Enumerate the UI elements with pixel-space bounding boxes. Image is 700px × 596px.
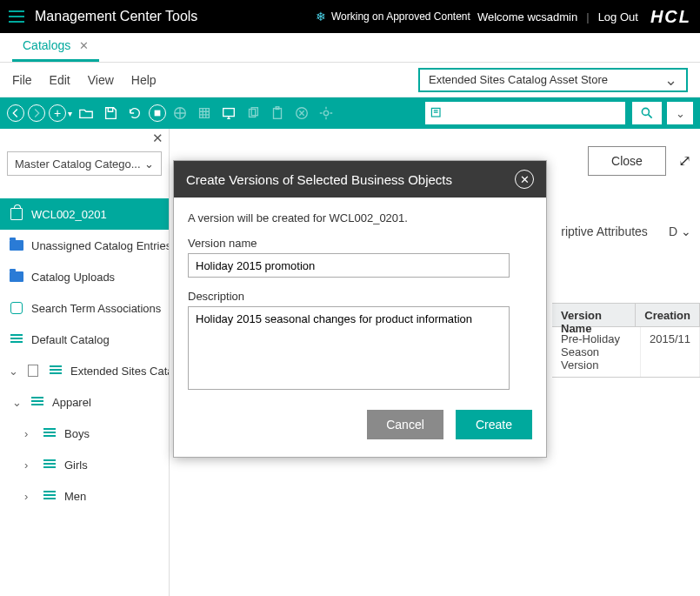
- open-button[interactable]: [76, 103, 97, 124]
- close-icon[interactable]: ✕: [79, 39, 89, 52]
- version-history: Version Name Creation Pre-Holiday Season…: [552, 303, 700, 378]
- close-icon[interactable]: ✕: [0, 129, 169, 146]
- tree-item[interactable]: Search Term Associations: [0, 292, 169, 324]
- version-name-input[interactable]: [188, 253, 510, 278]
- grid-button[interactable]: [194, 103, 215, 124]
- tab-more-dropdown[interactable]: D ⌄: [669, 224, 691, 238]
- tab-strip: Catalogs ✕: [0, 33, 700, 63]
- chevron-down-icon: ⌄: [144, 157, 154, 171]
- search-input[interactable]: [448, 102, 625, 124]
- hcl-logo: HCL: [650, 7, 691, 27]
- tree-item-label: Extended Sites Catalog Asset Store: [70, 365, 169, 378]
- chevron-right-icon[interactable]: ›: [24, 490, 35, 503]
- tab-descriptive-attributes[interactable]: riptive Attributes: [561, 224, 648, 238]
- back-button[interactable]: [7, 104, 24, 122]
- app-title: Management Center Tools: [35, 9, 197, 24]
- paste-button[interactable]: [267, 103, 288, 124]
- store-selector[interactable]: Extended Sites Catalog Asset Store ⌄: [418, 68, 688, 92]
- category-icon: [42, 457, 57, 472]
- search-box[interactable]: [425, 102, 625, 124]
- preview-button[interactable]: [218, 103, 239, 124]
- tree-item-label: Men: [64, 490, 86, 503]
- stop-button[interactable]: [149, 104, 166, 122]
- category-icon: [9, 331, 24, 347]
- tree-item[interactable]: Catalog Uploads: [0, 261, 169, 292]
- globe-button[interactable]: [170, 103, 190, 124]
- new-button[interactable]: +: [49, 104, 66, 122]
- tree-item-label: Catalog Uploads: [31, 271, 115, 284]
- table-row[interactable]: Pre-Holiday Season Version 2015/11: [552, 327, 700, 378]
- toolbar: + ▾ ⌄: [0, 97, 700, 129]
- table-header: Version Name Creation: [552, 303, 700, 327]
- tree-item[interactable]: ›Men: [0, 480, 169, 512]
- tree-item-label: WCL002_0201: [31, 208, 107, 221]
- snowflake-icon: ❄: [316, 10, 326, 23]
- category-icon: [48, 363, 63, 378]
- welcome-text: Welcome wcsadmin: [477, 10, 577, 23]
- menu-help[interactable]: Help: [131, 73, 157, 87]
- chevron-right-icon[interactable]: ›: [24, 459, 35, 472]
- tree-item[interactable]: Default Catalog: [0, 324, 169, 355]
- search-assoc-icon: [9, 300, 24, 316]
- search-scope-icon[interactable]: [425, 106, 448, 120]
- menu-edit[interactable]: Edit: [50, 73, 70, 87]
- category-icon: [42, 425, 57, 441]
- dialog-header: Create Versions of Selected Business Obj…: [174, 161, 546, 198]
- document-icon: [25, 363, 41, 378]
- tree-item-label: Unassigned Catalog Entries: [31, 239, 169, 252]
- close-button[interactable]: Close: [588, 146, 666, 176]
- menu-view[interactable]: View: [88, 73, 114, 87]
- folder-icon: [9, 269, 24, 285]
- content-status: ❄ Working on Approved Content: [316, 10, 470, 23]
- store-selector-value: Extended Sites Catalog Asset Store: [429, 73, 608, 86]
- bag-icon: [9, 206, 24, 222]
- expand-icon[interactable]: ⤢: [678, 151, 691, 171]
- tab-more-label: D: [669, 224, 677, 238]
- description-label: Description: [188, 290, 532, 303]
- logout-link[interactable]: Log Out: [598, 10, 638, 23]
- col-version-name[interactable]: Version Name: [552, 304, 636, 326]
- tree-item[interactable]: ⌄Apparel: [0, 386, 169, 418]
- chevron-down-icon[interactable]: ⌄: [12, 396, 23, 409]
- settings-button[interactable]: [316, 103, 337, 124]
- folder-icon: [9, 238, 24, 253]
- delete-button[interactable]: [291, 103, 312, 124]
- search-button[interactable]: [632, 102, 662, 124]
- refresh-button[interactable]: [124, 103, 145, 124]
- col-creation-date[interactable]: Creation: [636, 304, 700, 326]
- top-bar: Management Center Tools ❄ Working on App…: [0, 0, 700, 33]
- create-button[interactable]: Create: [456, 410, 532, 439]
- close-icon[interactable]: ✕: [515, 170, 534, 189]
- tab-catalogs[interactable]: Catalogs ✕: [12, 31, 99, 62]
- chevron-down-icon[interactable]: ▾: [68, 109, 72, 118]
- copy-button[interactable]: [243, 103, 263, 124]
- tree-item-label: Boys: [64, 427, 90, 440]
- tree-item-label: Search Term Associations: [31, 302, 161, 315]
- category-icon: [42, 488, 57, 504]
- tree-item-label: Girls: [64, 459, 88, 472]
- category-icon: [30, 394, 45, 410]
- menu-file[interactable]: File: [12, 73, 32, 87]
- cancel-button[interactable]: Cancel: [367, 410, 443, 439]
- cell-creation-date: 2015/11: [641, 327, 700, 377]
- cell-version-name: Pre-Holiday Season Version: [552, 327, 641, 377]
- svg-point-10: [642, 108, 649, 115]
- search-dropdown[interactable]: ⌄: [667, 102, 693, 124]
- hamburger-icon[interactable]: [9, 10, 24, 23]
- sidebar: ✕ Master Catalog Catego... ⌄ WCL002_0201…: [0, 129, 170, 596]
- description-input[interactable]: Holiday 2015 seasonal changes for produc…: [188, 306, 510, 390]
- chevron-right-icon[interactable]: ›: [24, 427, 35, 440]
- save-button[interactable]: [100, 103, 121, 124]
- forward-button[interactable]: [28, 104, 45, 122]
- catalog-selector[interactable]: Master Catalog Catego... ⌄: [7, 151, 162, 176]
- version-name-label: Version name: [188, 237, 532, 250]
- tree-item[interactable]: Unassigned Catalog Entries: [0, 230, 169, 261]
- tree-item[interactable]: ›Girls: [0, 449, 169, 480]
- tree-item[interactable]: ⌄Extended Sites Catalog Asset Store: [0, 355, 169, 386]
- tree-item[interactable]: WCL002_0201: [0, 198, 169, 230]
- tree-item[interactable]: ›Boys: [0, 418, 169, 449]
- catalog-tree: WCL002_0201Unassigned Catalog EntriesCat…: [0, 198, 169, 512]
- chevron-down-icon: ⌄: [664, 70, 677, 90]
- svg-rect-0: [155, 110, 159, 115]
- chevron-down-icon[interactable]: ⌄: [9, 365, 18, 378]
